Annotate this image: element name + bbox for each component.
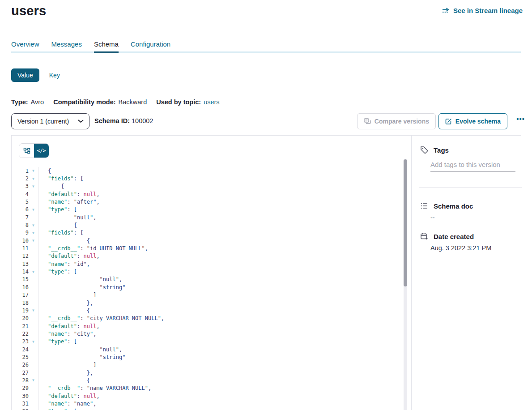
meta-value: Backward (119, 98, 147, 106)
meta-value: Avro (31, 98, 44, 106)
date-created-title: Date created (434, 233, 474, 240)
add-tags-input[interactable] (430, 159, 515, 171)
code-line: 22 "name": "city", (12, 330, 411, 337)
tree-view-icon (23, 147, 30, 154)
tab-messages[interactable]: Messages (51, 40, 82, 56)
used-by-topic-link[interactable]: users (204, 98, 219, 106)
code-line-text: { (38, 167, 411, 175)
line-number: 30 (12, 393, 29, 399)
editor-view-toggle: </> (19, 143, 49, 158)
fold-triangle-icon[interactable]: ▼ (29, 340, 38, 344)
code-line-text: "default": null, (38, 252, 411, 260)
tab-schema[interactable]: Schema (94, 40, 119, 56)
code-line-text: "type": [ (38, 408, 411, 410)
schema-key-value-toggle: Value Key (11, 68, 60, 82)
code-line-text: "__crdb__": "name VARCHAR NULL", (38, 384, 411, 392)
code-line: 4 "default": null, (12, 190, 411, 198)
line-number: 4 (12, 191, 29, 197)
code-line-text: "__crdb__": "city VARCHAR NOT NULL", (38, 315, 411, 322)
key-toggle-button[interactable]: Key (49, 68, 60, 82)
code-line-text: "default": null, (38, 190, 411, 198)
code-line: 13 "name": "id", (12, 260, 411, 268)
code-line-text: "null", (38, 276, 411, 283)
code-line: 3▼ { (12, 183, 411, 190)
fold-triangle-icon[interactable]: ▼ (29, 308, 38, 312)
stream-lineage-arrows-icon (442, 8, 450, 14)
see-in-stream-lineage-link[interactable]: See in Stream lineage (442, 7, 523, 14)
code-line: 14▼ "type": [ (12, 268, 411, 275)
compare-versions-label: Compare versions (375, 118, 429, 125)
schema-info-sidebar: Tags Schema doc -- Date created Au (412, 136, 522, 410)
code-line-text: ] (38, 361, 411, 369)
value-toggle-button[interactable]: Value (11, 68, 39, 82)
tree-view-button[interactable] (19, 144, 34, 158)
code-view-button[interactable]: </> (34, 144, 49, 158)
editor-scrollbar-thumb[interactable] (404, 159, 407, 286)
version-select-value: Version 1 (current) (17, 118, 69, 125)
code-line-text: { (38, 221, 411, 229)
code-line-text: "fields": [ (38, 229, 411, 237)
schema-meta-row: Type:AvroCompatibility mode:BackwardUsed… (11, 98, 220, 106)
code-line: 24 "null", (12, 346, 411, 353)
code-line: 27 }, (12, 369, 411, 376)
line-number: 5 (12, 199, 29, 205)
code-line: 6▼ "type": [ (12, 206, 411, 214)
code-line: 2▼ "fields": [ (12, 175, 411, 182)
code-line: 25 "string" (12, 353, 411, 361)
line-number: 23 (12, 338, 29, 345)
code-line-text: "type": [ (38, 268, 411, 275)
fold-triangle-icon[interactable]: ▼ (29, 378, 38, 382)
fold-triangle-icon[interactable]: ▼ (29, 270, 38, 274)
schema-panel: </> 1▼{2▼ "fields": [3▼ {4 "default": nu… (11, 135, 521, 410)
sidebar-divider (419, 187, 522, 188)
code-line-text: "name": "city", (38, 330, 411, 337)
fold-triangle-icon[interactable]: ▼ (29, 208, 38, 212)
line-number: 10 (12, 238, 29, 244)
code-line-text: "fields": [ (38, 175, 411, 182)
more-options-button[interactable]: ••• (516, 115, 525, 123)
code-line: 5 "name": "after", (12, 198, 411, 205)
code-line-text: ] (38, 291, 411, 299)
line-number: 3 (12, 183, 29, 189)
version-select[interactable]: Version 1 (current) (11, 113, 89, 129)
fold-triangle-icon[interactable]: ▼ (29, 231, 38, 235)
code-line: 15 "null", (12, 276, 411, 283)
fold-triangle-icon[interactable]: ▼ (29, 223, 38, 227)
tab-configuration[interactable]: Configuration (131, 40, 170, 56)
fold-triangle-icon[interactable]: ▼ (29, 169, 38, 173)
fold-triangle-icon[interactable]: ▼ (29, 177, 38, 181)
meta-item: Used by topic:users (156, 98, 219, 106)
active-tab-underline (94, 51, 119, 53)
compare-documents-icon (364, 118, 371, 124)
page-title: users (11, 4, 46, 18)
code-line: 29 "__crdb__": "name VARCHAR NULL", (12, 384, 411, 392)
fold-triangle-icon[interactable]: ▼ (29, 184, 38, 188)
code-line-text: "default": null, (38, 322, 411, 330)
line-number: 13 (12, 261, 29, 267)
line-number: 7 (12, 214, 29, 221)
evolve-schema-button[interactable]: Evolve schema (438, 113, 507, 129)
tab-overview[interactable]: Overview (11, 40, 39, 56)
fold-triangle-icon[interactable]: ▼ (29, 239, 38, 243)
line-number: 32 (12, 408, 29, 410)
code-line: 12 "default": null, (12, 252, 411, 260)
tag-icon (420, 146, 428, 154)
code-line-text: "string" (38, 283, 411, 291)
tab-bar: OverviewMessagesSchemaConfiguration (11, 40, 170, 56)
code-line: 23▼ "type": [ (12, 338, 411, 346)
chevron-down-icon (78, 120, 84, 123)
code-line-text: "null", (38, 214, 411, 221)
evolve-schema-label: Evolve schema (455, 118, 501, 125)
compare-versions-button[interactable]: Compare versions (357, 113, 436, 129)
code-line-text: "default": null, (38, 392, 411, 400)
code-line-text: "type": [ (38, 206, 411, 214)
meta-item: Compatibility mode:Backward (53, 98, 147, 106)
version-toolbar: Version 1 (current) Schema ID: 100002 Co… (11, 113, 524, 129)
editor-scrollbar-track[interactable] (404, 159, 407, 410)
code-line: 32▼ "type": [ (12, 408, 411, 410)
line-number: 1 (12, 168, 29, 174)
line-number: 29 (12, 385, 29, 391)
calendar-add-icon (420, 232, 428, 240)
schema-doc-title: Schema doc (434, 202, 473, 210)
code-line-text: "type": [ (38, 338, 411, 346)
